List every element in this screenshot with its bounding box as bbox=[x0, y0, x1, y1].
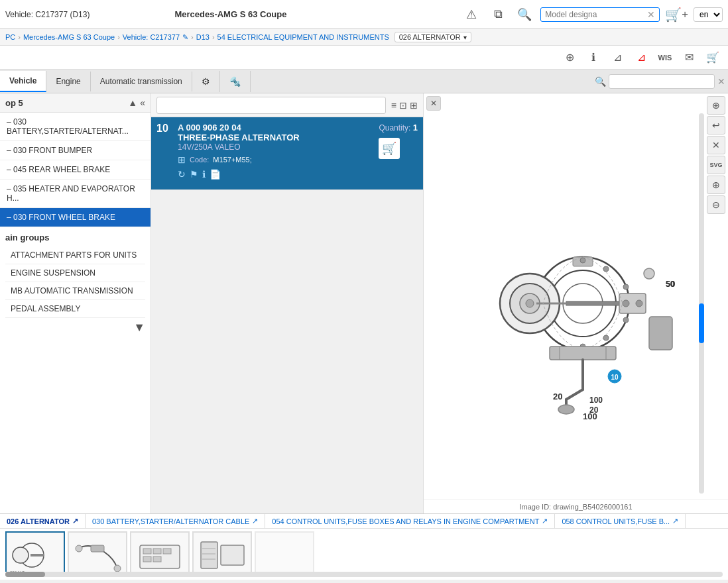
svg-point-9 bbox=[623, 300, 629, 307]
sidebar-item-heater[interactable]: – 035 HEATER AND EVAPORATOR H... bbox=[0, 180, 151, 208]
sidebar-back-icon[interactable]: « bbox=[140, 97, 145, 108]
thumbnail-scrollbar[interactable] bbox=[5, 572, 723, 577]
parts-filter-input[interactable] bbox=[156, 97, 386, 114]
thumb-tab-030-link[interactable]: ↗ bbox=[252, 517, 258, 525]
tab-engine-label: Engine bbox=[56, 77, 80, 86]
thumb-tab-054-link[interactable]: ↗ bbox=[542, 517, 548, 525]
thumbnail-strip: 026 ALTERNATOR ↗ 030 BATTERY,STARTER/ALT… bbox=[0, 513, 728, 580]
breadcrumb-bar: PC › Mercedes-AMG S 63 Coupe › Vehicle: … bbox=[0, 29, 728, 46]
model-search-input[interactable] bbox=[545, 10, 647, 19]
breadcrumb-vehicle[interactable]: Vehicle: C217377 bbox=[123, 33, 180, 41]
svg-point-13 bbox=[644, 268, 654, 279]
tab-vehicle[interactable]: Vehicle bbox=[0, 71, 46, 92]
wis-icon[interactable]: WIS bbox=[655, 48, 675, 68]
top-bar-icons: ⚠ ⧉ 🔍 ✕ 🛒+ en de fr bbox=[461, 4, 723, 25]
sidebar-item-front-wheel[interactable]: – 030 FRONT WHEEL BRAKE bbox=[0, 208, 151, 227]
tab-automatic-transmission[interactable]: Automatic transmission bbox=[91, 72, 192, 91]
thumb-tab-030[interactable]: 030 BATTERY,STARTER/ALTERNATOR CABLE ↗ bbox=[86, 514, 265, 528]
viewer-history[interactable]: ↩ bbox=[707, 116, 725, 134]
thumb-tab-058-link[interactable]: ↗ bbox=[672, 517, 678, 525]
cart-add-icon[interactable]: 🛒+ bbox=[665, 7, 688, 23]
svg-point-17 bbox=[623, 284, 629, 290]
sidebar-header-title: op 5 bbox=[5, 98, 23, 108]
thumbnail-images: 026 ALT bbox=[0, 529, 728, 572]
tab-search-input[interactable] bbox=[609, 74, 715, 89]
code-val: M157+M55; bbox=[213, 156, 251, 164]
sidebar-group-engine-suspension[interactable]: ENGINE SUSPENSION bbox=[5, 264, 145, 282]
breadcrumb-model[interactable]: Mercedes-AMG S 63 Coupe bbox=[23, 33, 115, 41]
tab-icon1[interactable]: ⚙ bbox=[192, 71, 220, 92]
part-number: 10 bbox=[156, 123, 172, 184]
tab-vehicle-label: Vehicle bbox=[9, 76, 36, 85]
sidebar-group-mb-transmission[interactable]: MB AUTOMATIC TRANSMISSION bbox=[5, 282, 145, 300]
flag-icon[interactable]: ⚑ bbox=[190, 169, 198, 180]
tab-search-icon[interactable]: 🔍 bbox=[592, 75, 609, 88]
thumb-tab-054[interactable]: 054 CONTROL UNITS,FUSE BOXES AND RELAYS … bbox=[265, 514, 555, 528]
mail-icon[interactable]: ✉ bbox=[679, 48, 699, 68]
thumb-tab-026[interactable]: 026 ALTERNATOR ↗ bbox=[0, 514, 86, 528]
breadcrumb-group-label: 026 ALTERNATOR bbox=[399, 33, 461, 41]
tab-engine[interactable]: Engine bbox=[46, 72, 90, 91]
parts-view-icons: ≡ ⊡ ⊞ bbox=[391, 100, 418, 111]
search-icon[interactable]: 🔍 bbox=[514, 4, 535, 25]
viewer-scrollbar[interactable] bbox=[699, 113, 704, 494]
sidebar-groups-title: ain groups bbox=[5, 233, 145, 242]
info-icon[interactable]: ℹ bbox=[583, 48, 603, 68]
warning-icon[interactable]: ⚠ bbox=[461, 4, 482, 25]
sidebar-item-rear-wheel[interactable]: – 045 REAR WHEEL BRAKE bbox=[0, 160, 151, 180]
toolbar-cart-icon[interactable]: 🛒 bbox=[703, 48, 723, 68]
parts-grid-view[interactable]: ⊡ bbox=[399, 100, 407, 111]
filter-icon[interactable]: ⊿ bbox=[607, 48, 627, 68]
doc-icon[interactable]: 📄 bbox=[210, 169, 221, 180]
close-viewer-button[interactable]: ✕ bbox=[426, 96, 441, 111]
viewer-svg[interactable]: SVG bbox=[707, 156, 725, 174]
svg-point-10 bbox=[636, 300, 642, 307]
svg-point-6 bbox=[526, 299, 534, 307]
qty-val: 1 bbox=[413, 123, 418, 132]
thumb-svg-5 bbox=[258, 535, 311, 572]
thumb-img-5[interactable] bbox=[255, 531, 314, 572]
refresh-icon[interactable]: ↻ bbox=[178, 169, 186, 180]
viewer-zoom-in2[interactable]: ⊕ bbox=[707, 176, 725, 194]
sidebar-group-attachment[interactable]: ATTACHMENT PARTS FOR UNITS bbox=[5, 246, 145, 264]
breadcrumb-edit-icon[interactable]: ✎ bbox=[182, 33, 188, 42]
breadcrumb-group-tag[interactable]: 026 ALTERNATOR ▾ bbox=[394, 32, 471, 42]
sidebar-collapse-icon[interactable]: ▲ bbox=[128, 97, 137, 108]
breadcrumb-pc[interactable]: PC bbox=[5, 33, 15, 41]
part-info-icon[interactable]: ℹ bbox=[202, 169, 206, 180]
add-to-cart-button[interactable]: 🛒 bbox=[379, 138, 400, 159]
thumb-img-3[interactable] bbox=[130, 531, 190, 572]
search-clear-icon[interactable]: ✕ bbox=[647, 9, 655, 20]
breadcrumb-electrical[interactable]: 54 ELECTRICAL EQUIPMENT AND INSTRUMENTS bbox=[217, 33, 389, 41]
sidebar-item-battery[interactable]: – 030 BATTERY,STARTER/ALTERNAT... bbox=[0, 113, 151, 141]
tab-search-area: 🔍 ✕ bbox=[592, 74, 728, 89]
svg-point-18 bbox=[623, 317, 629, 323]
breadcrumb-d13[interactable]: D13 bbox=[196, 33, 210, 41]
parts-detail-view[interactable]: ⊞ bbox=[410, 100, 418, 111]
parts-list-view[interactable]: ≡ bbox=[391, 100, 396, 111]
sidebar-item-front-bumper[interactable]: – 030 FRONT BUMPER bbox=[0, 141, 151, 160]
filter2-icon[interactable]: ⊿ bbox=[631, 48, 651, 68]
svg-text:100: 100 bbox=[589, 396, 603, 405]
lang-select[interactable]: en de fr bbox=[694, 7, 723, 22]
viewer-close[interactable]: ✕ bbox=[707, 136, 725, 154]
toolbar-row: ⊕ ℹ ⊿ ⊿ WIS ✉ 🛒 bbox=[0, 46, 728, 70]
sidebar-group-pedal[interactable]: PEDAL ASSEMBLY bbox=[5, 300, 145, 318]
thumb-tab-058[interactable]: 058 CONTROL UNITS,FUSE B... ↗ bbox=[555, 514, 686, 528]
viewer-zoom-in[interactable]: ⊕ bbox=[707, 96, 725, 115]
thumb-tab-026-link[interactable]: ↗ bbox=[72, 517, 78, 525]
thumb-img-4[interactable] bbox=[192, 531, 252, 572]
tab-search-clear[interactable]: ✕ bbox=[715, 75, 728, 88]
thumb-img-2[interactable] bbox=[68, 531, 127, 572]
tab-icon2[interactable]: 🔩 bbox=[220, 71, 251, 92]
grid-icon[interactable]: ⊞ bbox=[178, 154, 186, 165]
viewer-zoom-out[interactable]: ⊖ bbox=[707, 195, 725, 214]
sidebar-scroll-down[interactable]: ▼ bbox=[133, 321, 145, 335]
qty-display: Quantity: 1 bbox=[379, 123, 418, 132]
zoom-in-icon[interactable]: ⊕ bbox=[560, 48, 579, 68]
svg-rect-42 bbox=[143, 549, 151, 554]
thumb-img-1[interactable]: 026 ALT bbox=[5, 531, 65, 572]
image-viewer: ✕ ⊕ ↩ ✕ SVG ⊕ ⊖ bbox=[423, 93, 728, 513]
part-details: A 000 906 20 04 THREE-PHASE ALTERNATOR 1… bbox=[178, 123, 373, 184]
copy-icon[interactable]: ⧉ bbox=[487, 4, 509, 25]
